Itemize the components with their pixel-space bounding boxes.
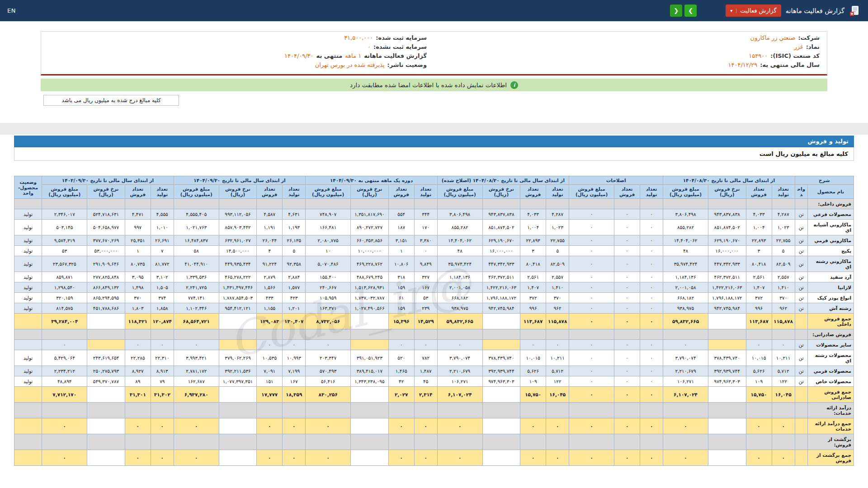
table-cell <box>772 199 795 209</box>
table-cell: ۱,۴۰۷ <box>520 282 546 293</box>
table-cell: ۲,۲۳۴,۲۱۲ <box>42 366 87 376</box>
table-cell: ۰ <box>520 450 546 466</box>
table-cell: ۹۹۶ <box>520 303 546 314</box>
nav-forward-button[interactable]: ❯ <box>684 5 697 17</box>
section-header-row: درآمد ارائه خدمات: <box>14 403 854 418</box>
table-cell <box>151 434 174 450</box>
table-cell: ۱,۴۰۷ <box>746 282 772 293</box>
table-cell: ۱,۵۰۵ <box>151 282 174 293</box>
table-cell <box>708 418 746 434</box>
nav-back-button[interactable]: ❮ <box>670 5 682 17</box>
table-cell: تن <box>795 209 808 220</box>
table-cell: ۸۹۰,۲۷۲,۷۲۷ <box>351 220 389 235</box>
column-subheader: مبلغ فروش (میلیون ریال) <box>569 185 614 199</box>
info-icon: i <box>510 81 518 89</box>
table-cell: ۱,۱۸۴,۱۳۶ <box>437 272 482 282</box>
table-cell: ۰ <box>546 418 569 434</box>
table-cell: ۲۵۰,۲۷۵,۷۹۳ <box>87 366 125 376</box>
table-cell: ۰ <box>569 256 614 272</box>
table-cell: ۳,۱۰۲ <box>151 272 174 282</box>
table-cell: ۴۱,۰۴۴,۹۱۰ <box>174 256 219 272</box>
table-cell <box>125 403 151 418</box>
table-cell: ۰ <box>640 418 663 434</box>
table-cell <box>174 329 219 340</box>
table-cell <box>482 403 520 418</box>
table-cell: ۸۲,۵۰۹ <box>546 256 569 272</box>
table-cell <box>663 329 708 340</box>
info-label: منتهی به <box>316 52 343 59</box>
table-cell: ۱۲۰,۸۷۴ <box>151 314 174 329</box>
table-cell: ۰ <box>546 340 569 350</box>
table-cell: ۰ <box>640 256 663 272</box>
table-cell: ۰ <box>569 246 614 256</box>
table-cell: ۰ <box>306 418 351 434</box>
table-cell: ۱,۴۱۰ <box>546 282 569 293</box>
table-cell: ۳۸۹,۴۱۵,۰۱۷ <box>351 366 389 376</box>
table-cell <box>219 340 257 350</box>
table-cell: ۰ <box>640 387 663 403</box>
table-cell <box>14 418 42 434</box>
table-cell: ۲,۰۸۰,۷۷۵ <box>306 235 351 246</box>
table-cell <box>795 434 808 450</box>
table-cell <box>351 314 389 329</box>
table-cell: ۱۸۷ <box>388 220 414 235</box>
table-cell: ۴۸ <box>663 246 708 256</box>
table-cell: تولید <box>14 293 42 303</box>
table-cell: تولید <box>14 235 42 246</box>
table-cell: ۶۲۹,۱۹۰,۶۷۰ <box>708 235 746 246</box>
table-cell: ۱۵,۷۵۰ <box>520 387 546 403</box>
table-cell <box>482 199 520 209</box>
table-cell: ۷,۷۱۲,۱۷۰ <box>42 387 87 403</box>
table-cell: ۳۹,۲۸۴,۰۰۴ <box>42 314 87 329</box>
table-cell <box>482 434 520 450</box>
table-cell: ۸,۹۲۷ <box>125 366 151 376</box>
table-cell: ۲۴۰,۶۶۷ <box>306 282 351 293</box>
table-cell: ۶۶۸,۱۸۲ <box>663 293 708 303</box>
table-cell: ۰ <box>437 340 482 350</box>
table-cell: ۰ <box>614 303 640 314</box>
table-cell: ۳۱,۳۰۱ <box>125 387 151 403</box>
info-value: ۱۴۰۴/۰۹/۳۰ <box>284 52 314 59</box>
report-type-dropdown[interactable]: گزارش فعالیت ▾ <box>726 5 781 17</box>
table-cell: ۰ <box>257 450 283 466</box>
table-cell <box>219 387 257 403</box>
language-toggle-en[interactable]: EN <box>7 7 16 14</box>
table-cell <box>174 199 219 209</box>
table-cell: ۰ <box>614 282 640 293</box>
company-info-col-right: شرکت:صنعتي زر ماکاروننماد:غزرکد صنعت (IS… <box>434 34 827 70</box>
table-cell: ۱۶۶,۴۸۱ <box>306 220 351 235</box>
table-cell: تن <box>795 303 808 314</box>
table-cell: تولید <box>14 220 42 235</box>
table-cell: ۱,۸۵۸ <box>151 303 174 314</box>
table-cell: ۰ <box>614 366 640 376</box>
info-value: ۱۴۰۴/۱۲/۲۹ <box>728 61 758 68</box>
table-cell: ۰ <box>614 376 640 387</box>
table-cell: ۰ <box>125 450 151 466</box>
product-row: رشته آشتن۹۶۲۹۹۶۹۴۲,۷۴۵,۹۸۴۹۳۸,۹۷۵۰۰۰۹۶۲۹… <box>14 303 854 314</box>
company-info-panel: شرکت:صنعتي زر ماکاروننماد:غزرکد صنعت (IS… <box>41 31 827 75</box>
table-cell: ۲,۵۶۱ <box>746 272 772 282</box>
table-cell: ۰ <box>174 418 219 434</box>
table-cell: ۴۵۱,۷۸۸,۶۸۶ <box>87 303 125 314</box>
table-cell: ۰ <box>151 450 174 466</box>
table-cell: ۵۴۹,۳۷۰,۷۸۷ <box>87 376 125 387</box>
table-cell <box>151 329 174 340</box>
table-cell <box>125 329 151 340</box>
table-cell: ۶,۱۰۷,۰۲۴ <box>663 387 708 403</box>
table-cell <box>174 434 219 450</box>
table-cell: ۲,۲۴۱,۷۲۵ <box>174 282 219 293</box>
table-cell: ۰ <box>614 418 640 434</box>
table-cell: ۰ <box>546 450 569 466</box>
table-cell: ۹۹۳,۱۱۲,۰۵۶ <box>219 209 257 220</box>
table-cell: ۱,۲۰۱ <box>283 303 306 314</box>
table-cell: ۱,۴۲۲,۲۱۶,۰۶۳ <box>708 282 746 293</box>
table-cell: ۰ <box>614 450 640 466</box>
product-name-cell: لازانيا <box>808 282 854 293</box>
table-cell: ۰ <box>520 418 546 434</box>
table-cell <box>87 387 125 403</box>
report-icon <box>849 5 861 17</box>
product-row: ماکاروني رشته ايتن۸۲,۵۰۹۸۰,۴۱۸۴۴۷,۳۴۲,۹۳… <box>14 256 854 272</box>
table-cell: ۴۵ <box>414 376 437 387</box>
table-cell: تن <box>795 220 808 235</box>
table-cell: ۰ <box>614 387 640 403</box>
